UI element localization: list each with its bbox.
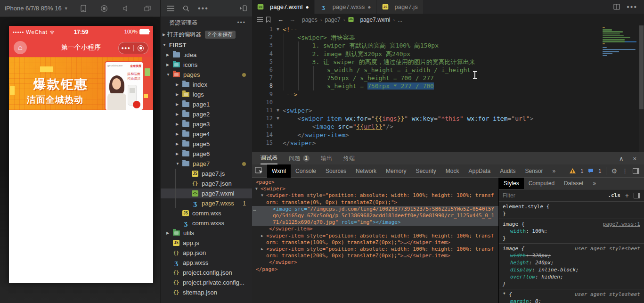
- devtools-tab-Mock[interactable]: Mock: [441, 164, 464, 178]
- tree-item-pages[interactable]: ▼pages: [161, 70, 253, 80]
- tree-item-page1[interactable]: ▶page1: [161, 99, 253, 109]
- tree-item-page7.json[interactable]: {}page7.json: [161, 179, 253, 188]
- new-rule-icon[interactable]: +: [625, 192, 629, 199]
- speaker-icon[interactable]: [122, 5, 130, 12]
- tree-item-app.wxss[interactable]: ʒapp.wxss: [161, 258, 253, 268]
- wxml-node[interactable]: <page>: [252, 179, 498, 186]
- wxml-node[interactable]: ▶<swiper-item style="position: absolute;…: [252, 233, 498, 246]
- tree-item-page2[interactable]: ▶page2: [161, 109, 253, 119]
- message-icon[interactable]: [588, 168, 594, 173]
- debugger-tab-输出[interactable]: 输出: [321, 152, 332, 164]
- editor-tab-page7.wxss[interactable]: ʒpage7.wxss●: [315, 0, 377, 14]
- more-icon[interactable]: •••: [627, 3, 637, 11]
- css-declaration[interactable]: width: 320px;: [503, 252, 640, 259]
- styles-tab-Computed[interactable]: Computed: [524, 178, 559, 189]
- tree-item-app.js[interactable]: JSapp.js: [161, 238, 253, 248]
- tree-item-page4[interactable]: ▶page4: [161, 129, 253, 139]
- collapse-sidebar-icon[interactable]: [240, 5, 247, 11]
- tree-item-page7.wxml[interactable]: <>page7.wxml: [161, 188, 253, 198]
- fold-icon[interactable]: ▼: [275, 115, 281, 123]
- tree-item-.idea[interactable]: ▶.idea: [161, 50, 253, 60]
- debugger-tab-问题[interactable]: 问题1: [289, 152, 310, 164]
- exit-button[interactable]: [134, 45, 148, 51]
- gear-icon[interactable]: ⚙: [611, 167, 617, 175]
- tree-item-comm.wxs[interactable]: JScomm.wxs: [161, 208, 253, 218]
- wxml-node[interactable]: …<image src="//imgcps.jd.com/ling4/10020…: [252, 206, 498, 226]
- tree-item-icons[interactable]: ▶icons: [161, 60, 253, 70]
- tree-item-page5[interactable]: ▶page5: [161, 139, 253, 149]
- tree-item-project.private.config...[interactable]: {}project.private.config...: [161, 278, 253, 287]
- device-selector[interactable]: iPhone 6/7/8 85% 16: [5, 5, 62, 12]
- breadcrumb-item-page7.wxml[interactable]: <>page7.wxml: [348, 16, 390, 23]
- device-icon[interactable]: [81, 5, 86, 12]
- code-content[interactable]: 1▼<!--2 <swiper> 滑块容器3 1. swiper 有默认的宽高 …: [252, 25, 644, 152]
- nav-back-icon[interactable]: ←: [277, 16, 284, 23]
- close-panel-icon[interactable]: ×: [633, 155, 636, 162]
- devtools-tab-Wxml[interactable]: Wxml: [267, 164, 291, 178]
- devtools-tab-Sources[interactable]: Sources: [321, 164, 351, 178]
- wxml-node[interactable]: ▼<swiper>: [252, 186, 498, 192]
- record-stop-icon[interactable]: [100, 5, 108, 12]
- tree-item-utils[interactable]: ▶utils: [161, 228, 253, 238]
- stylesheet-link[interactable]: page7.wxss:1: [603, 221, 640, 228]
- cls-button[interactable]: .cls: [608, 192, 620, 198]
- open-editors-section[interactable]: ▶ 打开的编辑器 2 个未保存: [161, 29, 253, 40]
- more-button[interactable]: ●●●: [119, 46, 133, 50]
- css-declaration[interactable]: width: 100%;: [503, 228, 640, 235]
- breadcrumb-item-pages[interactable]: pages: [302, 16, 318, 23]
- debugger-tab-调试器[interactable]: 调试器: [261, 152, 277, 164]
- tree-item-comm.wxss[interactable]: ʒcomm.wxss: [161, 218, 253, 228]
- debugger-tab-终端[interactable]: 终端: [343, 152, 355, 164]
- devtools-tab-Memory[interactable]: Memory: [381, 164, 411, 178]
- explorer-more-icon[interactable]: •••: [237, 16, 246, 29]
- tree-item-FIRST[interactable]: ▼FIRST: [161, 40, 253, 50]
- wxml-node[interactable]: ▶<swiper-item style="position: absolute;…: [252, 246, 498, 259]
- styles-tab-Styles[interactable]: Styles: [499, 178, 524, 189]
- tree-item-page7.js[interactable]: JSpage7.js: [161, 169, 253, 179]
- wxml-node[interactable]: </swiper-item>: [252, 226, 498, 232]
- outline-icon[interactable]: [257, 17, 263, 22]
- devtools-tab-Audits[interactable]: Audits: [495, 164, 520, 178]
- devtools-tab-»[interactable]: »: [548, 164, 561, 178]
- fold-icon[interactable]: ▼: [275, 106, 281, 115]
- split-editor-icon[interactable]: [613, 4, 620, 10]
- css-declaration[interactable]: margin: 0;: [503, 298, 640, 303]
- devtools-tab-Network[interactable]: Network: [351, 164, 381, 178]
- tree-item-page3[interactable]: ▶page3: [161, 119, 253, 129]
- css-declaration[interactable]: display: inline-block;: [503, 266, 640, 273]
- fold-icon[interactable]: ▼: [275, 25, 281, 33]
- tree-item-sitemap.json[interactable]: {}sitemap.json: [161, 287, 253, 297]
- css-declaration[interactable]: height: 240px;: [503, 259, 640, 266]
- devtools-tab-Security[interactable]: Security: [411, 164, 440, 178]
- breadcrumb-item-...[interactable]: ...: [398, 16, 402, 23]
- devtools-tab-Console[interactable]: Console: [291, 164, 321, 178]
- outline-icon[interactable]: [167, 6, 174, 11]
- wxml-node[interactable]: ▼<swiper-item style="position: absolute;…: [252, 192, 498, 205]
- tree-item-page7.wxss[interactable]: ʒpage7.wxss1: [161, 198, 253, 208]
- nav-forward-icon[interactable]: →: [289, 16, 295, 23]
- inspect-element-icon[interactable]: [255, 167, 263, 175]
- devtools-tab-AppData[interactable]: AppData: [464, 164, 495, 178]
- tree-item-project.config.json[interactable]: {}project.config.json: [161, 268, 253, 278]
- wxml-node[interactable]: </swiper>: [252, 259, 498, 266]
- tree-item-app.json[interactable]: {}app.json: [161, 248, 253, 258]
- wxml-node[interactable]: </page>: [252, 266, 498, 273]
- swiper-banner-image[interactable]: 爆款钜惠 洁面全城热动 geoskincare 京东快报 温和洁面 控油清洁: [9, 57, 153, 110]
- tree-item-index[interactable]: ▶index: [161, 80, 253, 90]
- pane-toggle-icon[interactable]: [634, 193, 640, 198]
- collapse-panel-icon[interactable]: ∧: [619, 155, 624, 162]
- warning-icon[interactable]: [570, 168, 576, 173]
- styles-tab-Dataset[interactable]: Dataset: [559, 178, 588, 189]
- bookmark-icon[interactable]: [266, 16, 271, 23]
- windows-icon[interactable]: [144, 5, 151, 12]
- editor-tab-page7.wxml[interactable]: <>page7.wxml●: [252, 0, 315, 14]
- breadcrumb-item-page7[interactable]: page7: [325, 16, 340, 23]
- search-icon[interactable]: [183, 5, 189, 12]
- kebab-menu-icon[interactable]: ⋮: [622, 167, 628, 174]
- tree-item-logs[interactable]: ▶logs: [161, 90, 253, 99]
- dock-side-icon[interactable]: [633, 168, 639, 174]
- css-declaration[interactable]: overflow: hidden;: [503, 273, 640, 280]
- editor-tab-page7.js[interactable]: JSpage7.js: [377, 0, 424, 14]
- tree-item-page6[interactable]: ▶page6: [161, 149, 253, 159]
- styles-tab-»[interactable]: »: [588, 178, 601, 189]
